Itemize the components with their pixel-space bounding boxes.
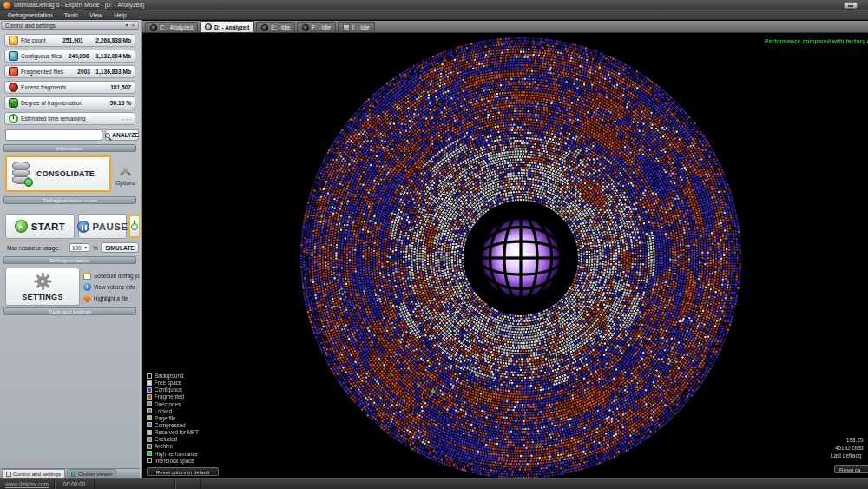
menu-help[interactable]: Help	[114, 12, 126, 18]
section-information: Information	[3, 144, 136, 152]
time-remaining-icon	[9, 114, 18, 123]
panel-tab-bar: Control and settings Cluster viewer	[0, 468, 140, 478]
panel-splitter[interactable]	[140, 20, 142, 478]
panel-header-title: Control and settings	[5, 23, 56, 29]
stat-contiguous-files[interactable]: Contiguous files 249,898 1,132,004 Mb	[4, 50, 135, 63]
drive-tab-label: F: - Idle	[312, 24, 331, 30]
legend-swatch[interactable]	[147, 415, 152, 420]
tab-control-and-settings[interactable]: Control and settings	[2, 469, 65, 478]
legend-item: Contiguous	[147, 387, 199, 393]
drive-tab-f[interactable]: F: - Idle	[297, 22, 336, 32]
stat-excess-fragments[interactable]: Excess fragments 181,507	[4, 81, 135, 94]
close-icon[interactable]	[131, 22, 135, 29]
drive-tab-d[interactable]: D: - Analyzed	[200, 21, 254, 32]
title-bar: UltimateDefrag 6 - Expert Mode - [D: - A…	[0, 0, 868, 10]
legend-item: Directories	[147, 401, 199, 407]
disktrix-link[interactable]: www.disktrix.com	[0, 481, 54, 487]
legend-swatch[interactable]	[147, 373, 152, 379]
legend-swatch[interactable]	[147, 430, 152, 435]
menu-bar: Defragmentation Tools View Help	[0, 10, 868, 20]
options-button[interactable]: Options	[113, 159, 138, 190]
menu-tools[interactable]: Tools	[64, 12, 78, 18]
section-defrag-mode: Defragmentation mode	[3, 196, 136, 204]
analyze-label: ANALYZE	[112, 132, 139, 138]
drive-tab-e[interactable]: E: - Idle	[256, 22, 295, 32]
disk-visualization[interactable]	[141, 19, 868, 478]
degree-fragmentation-icon	[9, 98, 18, 108]
status-bar: www.disktrix.com 00:00:00	[0, 478, 868, 489]
legend-item: Free space	[147, 380, 199, 386]
drive-tab-i[interactable]: I: - Idle	[338, 22, 375, 32]
window-title: UltimateDefrag 6 - Expert Mode - [D: - A…	[14, 2, 144, 8]
legend-swatch[interactable]	[147, 422, 152, 427]
file-filter-input[interactable]	[5, 129, 102, 141]
disk-size-readout: 198.25	[846, 437, 864, 443]
power-button[interactable]	[128, 215, 141, 238]
drive-tab-strip: C: - Analyzed D: - Analyzed E: - Idle F:…	[141, 21, 868, 33]
highlight-file-link[interactable]: Highlight a file	[83, 294, 139, 303]
removable-drive-icon	[343, 24, 350, 31]
color-legend: Background Free space Contiguous Fragmen…	[147, 373, 199, 464]
legend-item: Archive	[147, 443, 199, 449]
legend-swatch[interactable]	[147, 458, 152, 463]
max-resource-dropdown[interactable]: 100	[69, 243, 89, 252]
drive-tab-label: E: - Idle	[271, 24, 290, 30]
drive-icon	[261, 24, 268, 31]
legend-swatch[interactable]	[147, 408, 152, 413]
legend-swatch[interactable]	[147, 437, 152, 442]
contiguous-files-icon	[9, 51, 18, 61]
minimize-button[interactable]	[844, 2, 858, 9]
pause-button[interactable]: PAUSE	[78, 214, 127, 239]
legend-swatch[interactable]	[147, 380, 152, 386]
settings-button[interactable]: SETTINGS	[5, 268, 80, 306]
stat-time-remaining[interactable]: Estimated time remaining - - -	[4, 112, 135, 125]
pause-icon	[77, 221, 89, 233]
performance-note: Performance compared with factory a	[765, 38, 868, 44]
reset-camera-button[interactable]: Reset ca	[834, 465, 868, 473]
legend-item: Excluded	[147, 436, 199, 442]
panel-tab-icon	[6, 472, 11, 477]
menu-defragmentation[interactable]: Defragmentation	[8, 12, 53, 18]
fragmented-files-icon	[9, 67, 18, 76]
legend-swatch[interactable]	[147, 444, 152, 449]
view-volume-info-link[interactable]: View volume info	[83, 282, 139, 292]
magnifier-icon	[105, 133, 110, 138]
analyze-button[interactable]: ANALYZE	[105, 129, 139, 141]
legend-item: Page file	[147, 415, 199, 421]
stat-file-count[interactable]: File count 251,901 2,268,838 Mb	[4, 34, 135, 47]
control-panel: Control and settings File count 251,901 …	[0, 20, 140, 478]
stat-fragmented-files[interactable]: Fragmented files 2003 1,136,833 Mb	[4, 65, 135, 78]
cluster-viewer-icon	[71, 472, 76, 477]
consolidate-button[interactable]: CONSOLIDATE	[5, 155, 111, 192]
drive-icon	[302, 24, 309, 31]
max-resource-value: 100	[72, 245, 82, 251]
tab-cluster-viewer[interactable]: Cluster viewer	[67, 469, 116, 478]
legend-swatch[interactable]	[147, 451, 152, 456]
chevron-down-icon	[84, 245, 87, 250]
database-stack-icon	[12, 162, 31, 186]
simulate-button[interactable]: SIMULATE	[101, 242, 139, 253]
menu-view[interactable]: View	[89, 12, 102, 18]
gear-icon	[34, 273, 51, 290]
statusbar-cell	[175, 479, 200, 489]
section-tools: Tools and settings	[3, 307, 136, 315]
drive-tab-c[interactable]: C: - Analyzed	[145, 22, 198, 32]
stat-degree-fragmentation[interactable]: Degree of fragmentation 50.16 %	[4, 96, 135, 109]
max-resource-label: Max resource usage:	[7, 245, 60, 251]
panel-tab-label: Control and settings	[13, 471, 61, 477]
statusbar-cell	[95, 479, 174, 489]
play-icon	[15, 220, 28, 233]
file-count-icon	[9, 36, 18, 45]
start-button[interactable]: START	[5, 214, 75, 239]
legend-swatch[interactable]	[147, 394, 152, 400]
section-defragmentation: Defragmentation	[3, 256, 136, 264]
last-defrag-readout: Last defragg	[831, 453, 862, 459]
drive-icon	[205, 23, 212, 30]
legend-swatch[interactable]	[147, 387, 152, 393]
reset-colors-button[interactable]: Reset colors to default	[147, 467, 219, 476]
legend-swatch[interactable]	[147, 401, 152, 406]
collapse-icon[interactable]	[125, 22, 128, 29]
schedule-defrag-link[interactable]: Schedule defrag job	[83, 271, 139, 281]
app-logo-icon	[3, 2, 10, 9]
green-arrow-badge-icon	[24, 178, 33, 187]
